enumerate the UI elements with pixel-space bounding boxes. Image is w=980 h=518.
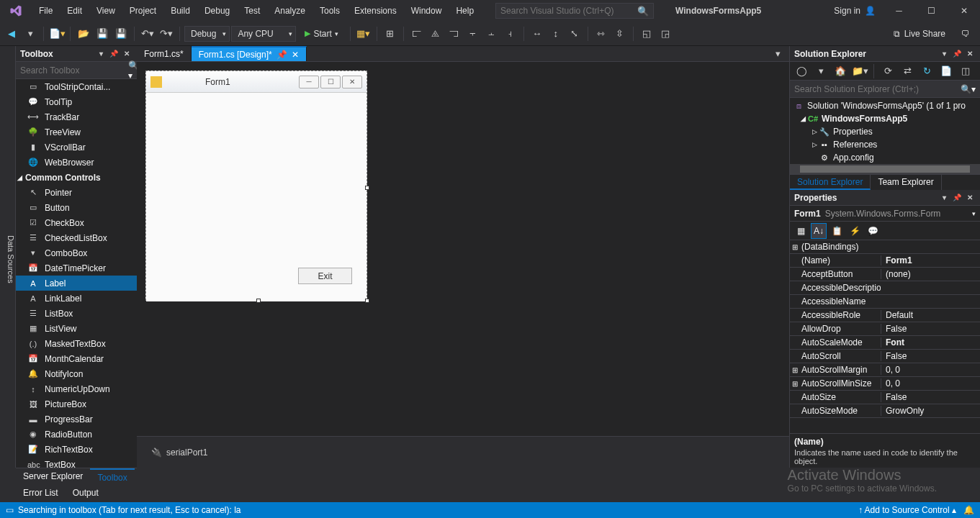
messages-icon[interactable]: 💬 [865, 223, 881, 239]
platform-dropdown[interactable]: Any CPU [231, 26, 296, 42]
close-button[interactable]: ✕ [948, 0, 980, 22]
sol-back-icon[interactable]: ◯ [793, 63, 810, 80]
toolbox-item[interactable]: abcTextBox [16, 457, 137, 468]
toolbox-item[interactable]: ▦ListView [16, 321, 137, 336]
toolbox-item[interactable]: ▭ToolStripContai... [16, 79, 137, 94]
toolbox-item[interactable]: ↕NumericUpDown [16, 381, 137, 396]
size-height-icon[interactable]: ↕ [547, 25, 565, 42]
size-width-icon[interactable]: ↔ [529, 25, 546, 42]
toolbox-item[interactable]: 📝RichTextBox [16, 442, 137, 457]
categorized-icon[interactable]: ▦ [793, 223, 809, 239]
global-search-input[interactable] [500, 6, 637, 16]
bring-front-icon[interactable]: ◱ [638, 25, 655, 42]
property-row[interactable]: AutoSizeModeGrowOnly [790, 404, 980, 418]
toolbox-item[interactable]: ☰CheckedListBox [16, 230, 137, 245]
tab-error-list[interactable]: Error List [16, 485, 66, 502]
layout-button[interactable]: ▦▾ [355, 25, 372, 42]
tab-form1-cs[interactable]: Form1.cs* [137, 46, 192, 61]
vspace-icon[interactable]: ⇳ [611, 25, 629, 42]
tree-appconfig[interactable]: ⚙ App.config [790, 151, 980, 164]
property-row[interactable]: ⊞AutoScrollMinSize0, 0 [790, 377, 980, 391]
toolbox-item[interactable]: 🖼PictureBox [16, 396, 137, 412]
menu-build[interactable]: Build [163, 1, 197, 20]
dropdown-icon[interactable]: ▾ [95, 48, 107, 60]
menu-help[interactable]: Help [449, 1, 481, 20]
close-icon[interactable]: ✕ [292, 50, 299, 60]
property-row[interactable]: AutoScaleModeFont [790, 336, 980, 350]
align-center-icon[interactable]: ⧌ [427, 25, 444, 42]
toolbox-item[interactable]: ◉RadioButton [16, 427, 137, 442]
properties-icon[interactable]: 📋 [829, 223, 845, 239]
property-row[interactable]: AcceptButton(none) [790, 268, 980, 281]
sol-fwd-icon[interactable]: ▾ [812, 63, 830, 80]
undo-button[interactable]: ↶▾ [139, 25, 156, 42]
toolbox-item[interactable]: 🌳TreeView [16, 124, 137, 140]
form-designer[interactable]: Form1 ─ ☐ ✕ Exit [145, 71, 367, 301]
toolbox-item[interactable]: 📅MonthCalendar [16, 351, 137, 366]
toolbox-item[interactable]: 🔔NotifyIcon [16, 366, 137, 381]
send-back-icon[interactable]: ◲ [657, 25, 674, 42]
source-control-button[interactable]: ↑ Add to Source Control ▴ [858, 505, 956, 515]
sol-collapse-icon[interactable]: 📄 [938, 63, 955, 80]
start-button[interactable]: ▶ Start ▾ [297, 26, 345, 42]
toolbox-item[interactable]: (.)MaskedTextBox [16, 336, 137, 351]
nav-fwd-button[interactable]: ▾ [22, 25, 39, 42]
designer-surface[interactable]: Form1 ─ ☐ ✕ Exit [137, 62, 789, 436]
property-row[interactable]: ⊞(DataBindings) [790, 240, 980, 254]
menu-window[interactable]: Window [404, 1, 449, 20]
toolbox-item[interactable]: ALinkLabel [16, 291, 137, 306]
align-top-icon[interactable]: ⫟ [464, 25, 482, 42]
solution-search[interactable]: 🔍▾ [790, 81, 980, 98]
save-button[interactable]: 💾 [94, 25, 111, 42]
maximize-button[interactable]: ☐ [915, 0, 948, 22]
property-row[interactable]: AllowDropFalse [790, 322, 980, 336]
property-object-selector[interactable]: Form1 System.Windows.Forms.Form ▾ [790, 206, 980, 222]
pin-icon[interactable]: 📌 [951, 192, 963, 204]
property-row[interactable]: (Name)Form1 [790, 254, 980, 268]
property-row[interactable]: AccessibleName [790, 295, 980, 309]
close-icon[interactable]: ✕ [121, 48, 132, 60]
tab-dropdown-icon[interactable]: ▾ [769, 45, 786, 63]
nav-back-button[interactable]: ◀ [3, 25, 20, 42]
toolbox-search[interactable]: 🔍▾ [16, 62, 137, 79]
tab-server-explorer[interactable]: Server Explorer [16, 468, 90, 485]
toolbox-item[interactable]: ☰ListBox [16, 306, 137, 321]
toolbox-item[interactable]: 🌐WebBrowser [16, 155, 137, 170]
toolbox-item[interactable]: 💬ToolTip [16, 94, 137, 109]
sol-showall-icon[interactable]: ⇄ [899, 63, 916, 80]
sol-home-icon[interactable]: 🏠 [832, 63, 849, 80]
tab-toolbox[interactable]: Toolbox [90, 468, 134, 485]
toolbox-item[interactable]: ☑CheckBox [16, 215, 137, 230]
save-all-button[interactable]: 💾 [112, 25, 130, 42]
tab-output[interactable]: Output [66, 485, 106, 502]
menu-file[interactable]: File [32, 1, 60, 20]
toolbox-search-input[interactable] [20, 65, 128, 76]
tree-references[interactable]: ▷ ▪▪ References [790, 138, 980, 151]
toolbox-item[interactable]: ▬ProgressBar [16, 412, 137, 427]
property-row[interactable]: ⊞AutoScrollMargin0, 0 [790, 363, 980, 377]
align-left-icon[interactable]: ⫍ [408, 25, 426, 42]
config-dropdown[interactable]: Debug [184, 26, 230, 42]
pin-icon[interactable]: 📌 [277, 50, 287, 60]
menu-extensions[interactable]: Extensions [347, 1, 404, 20]
align-right-icon[interactable]: ⫎ [446, 25, 463, 42]
toolbox-item[interactable]: ⟷TrackBar [16, 109, 137, 124]
close-icon[interactable]: ✕ [964, 192, 976, 204]
hspace-icon[interactable]: ⇿ [593, 25, 610, 42]
tree-solution[interactable]: ⧈ Solution 'WindowsFormsApp5' (1 of 1 pr… [790, 99, 980, 112]
close-icon[interactable]: ✕ [964, 48, 976, 60]
feedback-icon[interactable]: 🗨 [961, 29, 970, 39]
property-row[interactable]: AccessibleDescriptio [790, 281, 980, 295]
tab-form1-design[interactable]: Form1.cs [Design]* 📌 ✕ [192, 46, 307, 61]
solution-search-input[interactable] [794, 84, 961, 94]
data-sources-tab[interactable]: Data Sources [0, 46, 16, 468]
dropdown-icon[interactable]: ▾ [938, 192, 950, 204]
redo-button[interactable]: ↷▾ [158, 25, 175, 42]
open-file-button[interactable]: 📂 [75, 25, 92, 42]
events-icon[interactable]: ⚡ [847, 223, 863, 239]
tree-project[interactable]: ◢ C# WindowsFormsApp5 [790, 112, 980, 125]
toolbox-item[interactable]: ALabel [16, 276, 137, 291]
property-row[interactable]: AutoScrollFalse [790, 350, 980, 363]
toolbox-item[interactable]: ▾ComboBox [16, 245, 137, 260]
global-search[interactable]: 🔍 [495, 3, 654, 19]
